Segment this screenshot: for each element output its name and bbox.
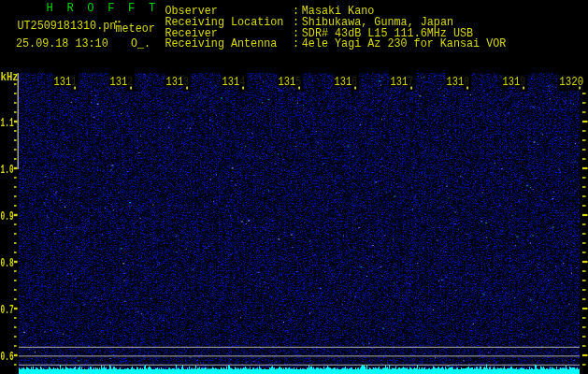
svg-text:131: 131	[54, 75, 72, 89]
svg-text:131: 131	[222, 75, 240, 89]
svg-text:0.8: 0.8	[1, 256, 14, 270]
svg-text:131: 131	[166, 75, 184, 89]
svg-text:9: 9	[520, 75, 525, 89]
svg-text:1.1: 1.1	[1, 116, 14, 130]
svg-text:131: 131	[447, 75, 465, 89]
svg-text:UT2509181310.pn: UT2509181310.pn	[18, 19, 117, 33]
svg-text:O_.: O_.	[131, 36, 151, 50]
svg-text:0.6: 0.6	[1, 350, 14, 364]
svg-text:131: 131	[503, 75, 521, 89]
svg-text:0.7: 0.7	[1, 303, 14, 317]
svg-text:Receiving Antenna: Receiving Antenna	[165, 36, 278, 50]
svg-text::: :	[293, 36, 299, 50]
svg-text:131: 131	[279, 75, 296, 89]
svg-text:131: 131	[110, 75, 128, 89]
svg-text:25.09.18 13:10: 25.09.18 13:10	[16, 36, 108, 50]
svg-text:kHz: kHz	[1, 70, 19, 84]
svg-text:meteor: meteor	[116, 22, 155, 36]
svg-text:0.9: 0.9	[1, 209, 14, 223]
svg-text:131: 131	[335, 75, 352, 89]
svg-text:1.0: 1.0	[1, 163, 14, 177]
svg-text:131: 131	[391, 75, 409, 89]
svg-text:4ele Yagi Az 230 for Kansai VO: 4ele Yagi Az 230 for Kansai VOR	[302, 36, 507, 50]
svg-text:H R O F F T: H R O F F T	[47, 1, 156, 15]
